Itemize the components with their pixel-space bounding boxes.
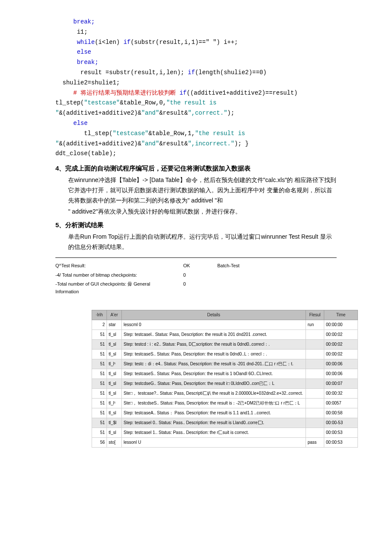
table-cell: 51 — [92, 340, 107, 350]
table-cell: 00:00:02 — [324, 340, 358, 350]
table-cell: 2 — [92, 320, 107, 330]
table-cell: 51 — [92, 428, 107, 438]
table-cell: Step: testcaseA.. Status： Pass. Descript… — [122, 408, 306, 418]
test-result-info: Q^Test Result: -4/ Total number of bitma… — [55, 257, 337, 297]
table-cell: Step: testc：di：e4.. Status: Pass, Descri… — [122, 359, 306, 369]
table-cell: 51 — [92, 389, 107, 399]
section-5-paragraph: 单击Run From Top运行上面的自动测试程序。运行完毕后，可以通过窗口wi… — [68, 232, 337, 252]
table-cell: tl_l¹ — [107, 359, 122, 369]
code-line: i1; — [55, 29, 88, 35]
col-irih: ·Irih — [92, 310, 107, 320]
table-row: 51tl_slStep: testcaseS.. Status: Pass, D… — [92, 369, 358, 379]
table-row: 51tl_$lStep: testcasel 0.. Status: Pass.… — [92, 418, 358, 428]
table-cell: pass — [306, 438, 324, 448]
table-row: 56sto[lessonl Upass00:00:53 — [92, 438, 358, 448]
col-time: Time — [324, 310, 358, 320]
section-4-heading: 4、完成上面的自动测试程序编写后，还要记住将测试数据加入数据表 — [55, 163, 337, 173]
table-row: 51tl_slStep: testcasel 1.. Status: Pass.… — [92, 428, 358, 438]
table-cell: 00:00:32 — [324, 389, 358, 399]
table-cell: tl_sl — [107, 340, 122, 350]
table-cell: 51 — [92, 359, 107, 369]
table-row: 51tl_slStep: testcaseS.. Status: Pass, D… — [92, 350, 358, 359]
table-cell — [306, 340, 324, 350]
table-cell: Step: testcaseS.. Status: Pass, Descript… — [122, 369, 306, 379]
table-row: 51tl_slStep: testcd : i : e2.. Status: P… — [92, 340, 358, 350]
code-line: shulie2=shulie1; — [55, 79, 120, 86]
table-cell: lesscml 0 — [122, 320, 306, 330]
table-row: 51tl_slSte□， testcase?.. Status: Pass, D… — [92, 389, 358, 399]
col-details: Details — [122, 310, 306, 320]
table-header-row: ·Irih A'er Details Flesul Time — [92, 310, 358, 320]
table-cell: 51 — [92, 330, 107, 340]
code-kw: while — [55, 39, 95, 46]
table-cell: tl_sl — [107, 350, 122, 359]
table-cell: 00:00-53 — [324, 418, 358, 428]
code-line: ddt_close(table); — [55, 150, 116, 157]
table-cell — [306, 399, 324, 408]
table-cell — [306, 350, 324, 359]
section-5-heading: 5、分析测试结果 — [55, 220, 337, 230]
batch-test-label: Batch-Test — [217, 262, 239, 270]
table-cell: 51 — [92, 379, 107, 389]
table-cell: 00:00:53 — [324, 438, 358, 448]
table-cell: tl_l¹ — [107, 399, 122, 408]
code-line: else — [55, 120, 88, 127]
code-line: else — [55, 49, 91, 55]
table-cell — [306, 389, 324, 399]
table-cell — [306, 330, 324, 340]
table-cell: Step: testcasel.. Status: Pass, Descript… — [122, 330, 306, 340]
code-block: break; i1; while(i<len) if(substr(result… — [55, 17, 337, 159]
table-cell: 56 — [92, 438, 107, 448]
table-cell — [306, 369, 324, 379]
status-ok: OK — [183, 262, 200, 270]
table-row: 51tl_l¹Step: testc：di：e4.. Status: Pass,… — [92, 359, 358, 369]
code-comment: # 将运行结果与预期结果进行比较判断 — [55, 90, 179, 96]
table-cell: 00:00:06 — [324, 369, 358, 379]
table-cell: Ste□， testcdseS.. Status: Pass, Descript… — [122, 399, 306, 408]
gui-checkpoints: -Total number of GUI checkpoints: 毋 Gene… — [55, 280, 166, 295]
table-cell: tl_sl — [107, 379, 122, 389]
table-cell: 51 — [92, 399, 107, 408]
table-cell: star — [107, 320, 122, 330]
col-flesul: Flesul — [306, 310, 324, 320]
table-cell: tl_sl — [107, 330, 122, 340]
table-cell: 00:00:00 — [324, 320, 358, 330]
table-cell: 51 — [92, 408, 107, 418]
table-cell: 00:00:06 — [324, 359, 358, 369]
test-result-table: ·Irih A'er Details Flesul Time 2starless… — [92, 310, 358, 448]
table-row: 51tl_slStep: testcasel.. Status: Pass, D… — [92, 330, 358, 340]
table-cell: tl_sl — [107, 428, 122, 438]
table-cell — [306, 418, 324, 428]
table-cell: 51 — [92, 369, 107, 379]
col-aer: A'er — [107, 310, 122, 320]
table-row: 2starlesscml 0run00:00:00 — [92, 320, 358, 330]
table-cell: tl_sl — [107, 369, 122, 379]
table-cell — [306, 408, 324, 418]
table-cell: 51 — [92, 418, 107, 428]
table-cell: sto[ — [107, 438, 122, 448]
table-cell: 00:00:58 — [324, 408, 358, 418]
table-cell: Step: testcaseS.. Status: Pass, Descript… — [122, 350, 306, 359]
table-cell: tl_sl — [107, 389, 122, 399]
section-4-paragraph: " additive2"再依次录入预先设计好的每组测试数据，并进行保存。 — [68, 207, 337, 217]
table-cell: tl_$l — [107, 418, 122, 428]
table-row: 51tl_slStep: testcaseA.. Status： Pass. D… — [92, 408, 358, 418]
count-zero: 0 — [183, 272, 200, 279]
count-zero: 0 — [183, 280, 200, 288]
table-cell: tl_sl — [107, 408, 122, 418]
code-line: break; — [55, 59, 98, 66]
table-cell: 00:00:02 — [324, 330, 358, 340]
table-cell: 00:00:02 — [324, 350, 358, 359]
table-cell: lessonl U — [122, 438, 306, 448]
table-cell: 51 — [92, 350, 107, 359]
table-cell: Ste□， testcase?.. Status: Pass, Descript… — [122, 389, 306, 399]
table-cell: 00:00:53 — [324, 428, 358, 438]
table-cell: 00:0057 — [324, 399, 358, 408]
table-cell: Step: testcdseG.. Status: Pass, Descript… — [122, 379, 306, 389]
table-cell: run — [306, 320, 324, 330]
table-cell: 00:00:07 — [324, 379, 358, 389]
table-cell: Step: testcd : i : e2.. Status: Pass, D匚… — [122, 340, 306, 350]
code-line: break; — [55, 18, 95, 25]
table-cell: Step: testcasel 1.. Status: Pass.. Descr… — [122, 428, 306, 438]
table-cell — [306, 428, 324, 438]
